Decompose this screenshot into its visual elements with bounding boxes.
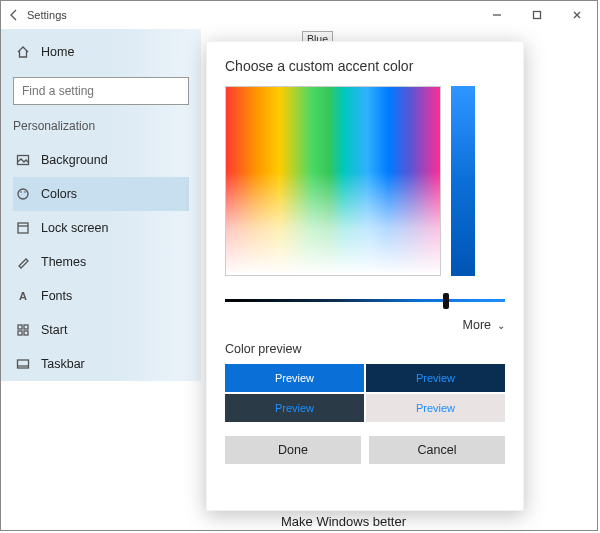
sidebar-category: Personalization xyxy=(1,119,201,143)
sidebar-home[interactable]: Home xyxy=(13,35,189,69)
sidebar-item-label: Colors xyxy=(41,187,77,201)
minimize-button[interactable] xyxy=(477,1,517,29)
dialog-title: Choose a custom accent color xyxy=(225,58,505,74)
lock-icon xyxy=(15,220,31,236)
sidebar-item-taskbar[interactable]: Taskbar xyxy=(13,347,189,381)
value-track xyxy=(225,299,505,302)
search-input[interactable] xyxy=(13,77,189,105)
sidebar-item-label: Background xyxy=(41,153,108,167)
font-icon: A xyxy=(15,288,31,304)
maximize-button[interactable] xyxy=(517,1,557,29)
svg-rect-7 xyxy=(24,325,28,329)
sidebar-item-colors[interactable]: Colors xyxy=(13,177,189,211)
value-slider[interactable] xyxy=(225,290,505,310)
picture-icon xyxy=(15,152,31,168)
done-button[interactable]: Done xyxy=(225,436,361,464)
settings-window: Settings Home xyxy=(0,0,598,531)
preview-label: Color preview xyxy=(225,342,505,356)
more-toggle[interactable]: More ⌄ xyxy=(225,318,505,332)
svg-rect-0 xyxy=(534,12,541,19)
sidebar-item-label: Themes xyxy=(41,255,86,269)
sidebar-item-start[interactable]: Start xyxy=(13,313,189,347)
grid-icon xyxy=(15,322,31,338)
window-title: Settings xyxy=(27,9,67,21)
svg-rect-5 xyxy=(18,223,28,233)
color-picker-dialog: Choose a custom accent color More ⌄ Colo… xyxy=(206,41,524,511)
sidebar-item-themes[interactable]: Themes xyxy=(13,245,189,279)
spectrum-picker[interactable] xyxy=(225,86,441,276)
sidebar-item-label: Start xyxy=(41,323,67,337)
page-subheading: Make Windows better xyxy=(281,514,406,529)
value-thumb[interactable] xyxy=(443,293,449,309)
taskbar-icon xyxy=(15,356,31,372)
sidebar-item-label: Taskbar xyxy=(41,357,85,371)
preview-cell: Preview xyxy=(225,394,364,422)
svg-point-2 xyxy=(18,189,28,199)
titlebar: Settings xyxy=(1,1,597,29)
svg-rect-9 xyxy=(24,331,28,335)
cancel-button[interactable]: Cancel xyxy=(369,436,505,464)
chevron-down-icon: ⌄ xyxy=(497,320,505,331)
palette-icon xyxy=(15,186,31,202)
sidebar-item-fonts[interactable]: A Fonts xyxy=(13,279,189,313)
preview-cell: Preview xyxy=(366,364,505,392)
hue-slider[interactable] xyxy=(451,86,475,276)
back-button[interactable] xyxy=(1,1,27,29)
sidebar: Home Personalization Background Colors xyxy=(1,29,201,381)
sidebar-item-lock-screen[interactable]: Lock screen xyxy=(13,211,189,245)
svg-rect-8 xyxy=(18,331,22,335)
sidebar-item-label: Lock screen xyxy=(41,221,108,235)
sidebar-item-label: Fonts xyxy=(41,289,72,303)
close-button[interactable] xyxy=(557,1,597,29)
color-preview-grid: Preview Preview Preview Preview xyxy=(225,364,505,422)
svg-rect-10 xyxy=(18,360,29,368)
sidebar-item-background[interactable]: Background xyxy=(13,143,189,177)
brush-icon xyxy=(15,254,31,270)
window-controls xyxy=(477,1,597,29)
home-icon xyxy=(15,44,31,60)
preview-cell: Preview xyxy=(366,394,505,422)
preview-cell: Preview xyxy=(225,364,364,392)
svg-rect-6 xyxy=(18,325,22,329)
sidebar-home-label: Home xyxy=(41,45,74,59)
more-label: More xyxy=(463,318,491,332)
svg-point-4 xyxy=(24,191,26,193)
svg-point-3 xyxy=(20,191,22,193)
